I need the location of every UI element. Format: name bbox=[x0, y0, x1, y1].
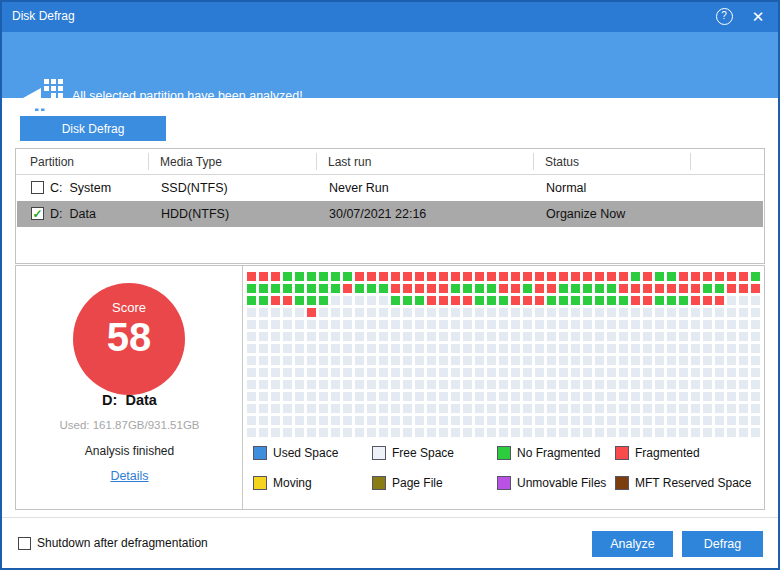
map-block bbox=[703, 368, 712, 377]
map-block bbox=[451, 428, 460, 437]
map-block bbox=[535, 320, 544, 329]
map-block bbox=[307, 428, 316, 437]
partition-checkbox-unchecked[interactable] bbox=[31, 181, 44, 194]
legend-label: Used Space bbox=[273, 446, 338, 460]
map-block bbox=[295, 320, 304, 329]
map-block bbox=[583, 344, 592, 353]
map-block bbox=[439, 308, 448, 317]
map-block bbox=[487, 344, 496, 353]
map-block bbox=[547, 416, 556, 425]
map-block bbox=[343, 368, 352, 377]
map-block bbox=[355, 380, 364, 389]
map-block bbox=[319, 356, 328, 365]
map-block bbox=[499, 332, 508, 341]
column-header-partition[interactable]: Partition bbox=[30, 155, 74, 169]
map-block bbox=[739, 320, 748, 329]
map-block bbox=[463, 332, 472, 341]
header-separator bbox=[533, 153, 534, 170]
map-block bbox=[343, 308, 352, 317]
table-row[interactable]: C: System SSD(NTFS) Never Run Normal bbox=[17, 175, 763, 201]
map-block bbox=[571, 380, 580, 389]
map-block bbox=[403, 332, 412, 341]
map-block bbox=[535, 380, 544, 389]
map-block bbox=[667, 272, 676, 281]
map-block bbox=[427, 284, 436, 293]
table-row-selected[interactable]: ✓ D: Data HDD(NTFS) 30/07/2021 22:16 Org… bbox=[17, 201, 763, 227]
legend-swatch-icon bbox=[253, 476, 267, 490]
partition-checkbox-checked[interactable]: ✓ bbox=[31, 207, 44, 220]
map-block bbox=[415, 392, 424, 401]
column-header-media-type[interactable]: Media Type bbox=[160, 155, 222, 169]
map-block bbox=[619, 404, 628, 413]
column-header-last-run[interactable]: Last run bbox=[328, 155, 371, 169]
defrag-button[interactable]: Defrag bbox=[682, 531, 763, 557]
map-block bbox=[571, 416, 580, 425]
analyze-button[interactable]: Analyze bbox=[592, 531, 673, 557]
map-block bbox=[607, 428, 616, 437]
map-block bbox=[739, 392, 748, 401]
map-block bbox=[331, 308, 340, 317]
map-block bbox=[583, 296, 592, 305]
map-block bbox=[415, 344, 424, 353]
map-block bbox=[751, 284, 760, 293]
map-block bbox=[643, 404, 652, 413]
column-header-status[interactable]: Status bbox=[545, 155, 579, 169]
footer-separator bbox=[2, 517, 778, 518]
map-block bbox=[379, 356, 388, 365]
map-block bbox=[295, 356, 304, 365]
map-block bbox=[655, 308, 664, 317]
map-block bbox=[499, 416, 508, 425]
legend-item: Free Space bbox=[372, 446, 497, 459]
map-block bbox=[643, 356, 652, 365]
shutdown-checkbox[interactable] bbox=[18, 537, 31, 550]
map-block bbox=[499, 428, 508, 437]
map-block bbox=[259, 344, 268, 353]
map-block bbox=[271, 392, 280, 401]
map-block bbox=[583, 320, 592, 329]
map-block bbox=[415, 284, 424, 293]
map-block bbox=[583, 428, 592, 437]
legend-swatch-icon bbox=[497, 446, 511, 460]
map-block bbox=[379, 344, 388, 353]
map-block bbox=[667, 356, 676, 365]
tab-disk-defrag[interactable]: Disk Defrag bbox=[20, 116, 166, 141]
help-button[interactable]: ? bbox=[714, 6, 734, 26]
help-icon: ? bbox=[716, 8, 733, 25]
shutdown-option[interactable]: Shutdown after defragmentation bbox=[18, 536, 208, 550]
map-block bbox=[715, 332, 724, 341]
map-block bbox=[391, 392, 400, 401]
map-block bbox=[463, 344, 472, 353]
map-block bbox=[751, 320, 760, 329]
map-block bbox=[607, 368, 616, 377]
map-block bbox=[475, 404, 484, 413]
map-block bbox=[727, 416, 736, 425]
map-block bbox=[379, 284, 388, 293]
map-block bbox=[535, 296, 544, 305]
map-block bbox=[271, 356, 280, 365]
map-block bbox=[331, 380, 340, 389]
map-block bbox=[295, 332, 304, 341]
details-link[interactable]: Details bbox=[16, 469, 243, 483]
legend: Used SpaceFree SpaceNo FragmentedFragmen… bbox=[253, 446, 765, 489]
map-block bbox=[283, 368, 292, 377]
map-block bbox=[607, 284, 616, 293]
map-block bbox=[715, 416, 724, 425]
map-block bbox=[331, 416, 340, 425]
map-block bbox=[463, 380, 472, 389]
map-block bbox=[619, 380, 628, 389]
map-block bbox=[475, 296, 484, 305]
map-block bbox=[679, 428, 688, 437]
map-block bbox=[607, 416, 616, 425]
close-button[interactable]: ✕ bbox=[748, 6, 768, 26]
map-block bbox=[439, 404, 448, 413]
legend-swatch-icon bbox=[372, 476, 386, 490]
map-block bbox=[631, 320, 640, 329]
map-block bbox=[247, 332, 256, 341]
header-separator bbox=[316, 153, 317, 170]
map-block bbox=[523, 344, 532, 353]
map-block bbox=[319, 296, 328, 305]
score-label: Score bbox=[112, 300, 146, 315]
cell-partition: C: System bbox=[50, 181, 111, 195]
map-block bbox=[367, 428, 376, 437]
map-block bbox=[355, 296, 364, 305]
